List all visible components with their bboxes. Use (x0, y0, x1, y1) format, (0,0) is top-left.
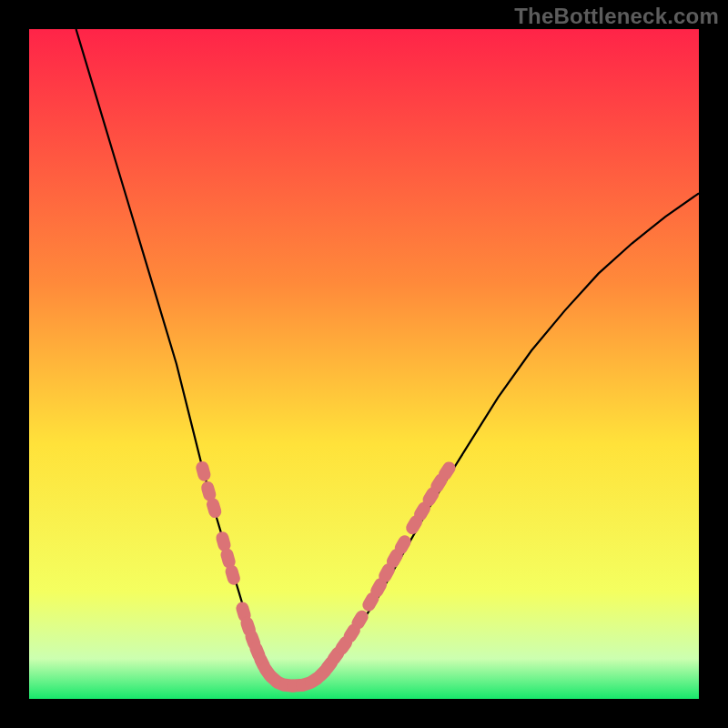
plot-area (29, 29, 699, 699)
chart-frame: TheBottleneck.com (0, 0, 728, 728)
gradient-bg (29, 29, 699, 699)
chart-svg (29, 29, 699, 699)
watermark-text: TheBottleneck.com (514, 4, 719, 29)
